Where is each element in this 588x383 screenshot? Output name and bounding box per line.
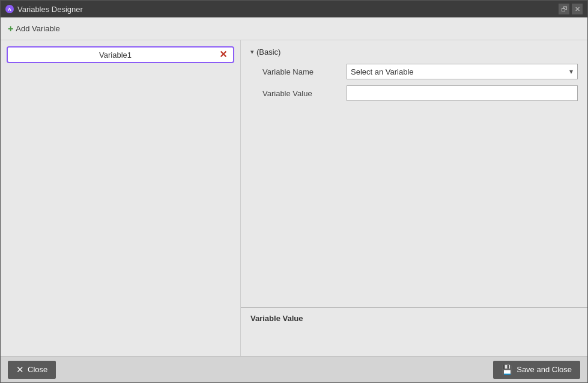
variable-name-select[interactable]: Select an Variable: [347, 64, 578, 79]
close-footer-label: Close: [28, 365, 47, 374]
variable-name-control: Select an Variable: [347, 64, 578, 79]
save-icon: 💾: [502, 364, 513, 375]
title-bar-buttons: 🗗 ✕: [559, 4, 583, 14]
variable-value-row: Variable Value: [250, 85, 578, 101]
variable-item-label: Variable1: [13, 51, 218, 60]
title-bar: A Variables Designer 🗗 ✕: [1, 1, 587, 17]
add-variable-button[interactable]: + Add Variable: [8, 23, 60, 34]
variable-value-control: [347, 85, 578, 101]
close-footer-icon: ✕: [16, 364, 24, 375]
main-content: Variable1 ✕ ▾ (Basic) Variable Name: [1, 40, 587, 356]
left-panel: Variable1 ✕: [1, 40, 241, 356]
variables-designer-window: A Variables Designer 🗗 ✕ + Add Variable …: [0, 0, 588, 383]
title-bar-left: A Variables Designer: [5, 5, 83, 14]
variable-value-section-title: Variable Value: [250, 314, 578, 323]
restore-button[interactable]: 🗗: [559, 4, 569, 14]
right-panel: ▾ (Basic) Variable Name Select an Variab…: [241, 40, 587, 356]
close-footer-button[interactable]: ✕ Close: [8, 361, 56, 379]
variable-value-input[interactable]: [347, 85, 578, 101]
section-header: ▾ (Basic): [250, 47, 578, 57]
toolbar: + Add Variable: [1, 17, 587, 40]
app-logo: A: [5, 5, 14, 13]
variable-name-row: Variable Name Select an Variable: [250, 64, 578, 79]
window-title: Variables Designer: [17, 5, 83, 14]
section-chevron-icon: ▾: [250, 48, 254, 56]
window-close-button[interactable]: ✕: [572, 4, 583, 14]
add-variable-label: Add Variable: [16, 24, 59, 33]
save-close-button[interactable]: 💾 Save and Close: [493, 361, 580, 379]
section-title: (Basic): [256, 47, 280, 57]
variable-item: Variable1 ✕: [7, 46, 234, 63]
variable-value-label: Variable Value: [250, 89, 347, 98]
add-icon: +: [8, 23, 13, 34]
properties-area: ▾ (Basic) Variable Name Select an Variab…: [241, 40, 587, 308]
save-close-label: Save and Close: [517, 365, 572, 374]
variable-delete-button[interactable]: ✕: [218, 50, 228, 60]
variable-name-label: Variable Name: [250, 67, 347, 76]
variable-value-section: Variable Value: [241, 308, 587, 356]
footer: ✕ Close 💾 Save and Close: [1, 356, 587, 382]
variable-name-select-wrapper: Select an Variable: [347, 64, 578, 79]
